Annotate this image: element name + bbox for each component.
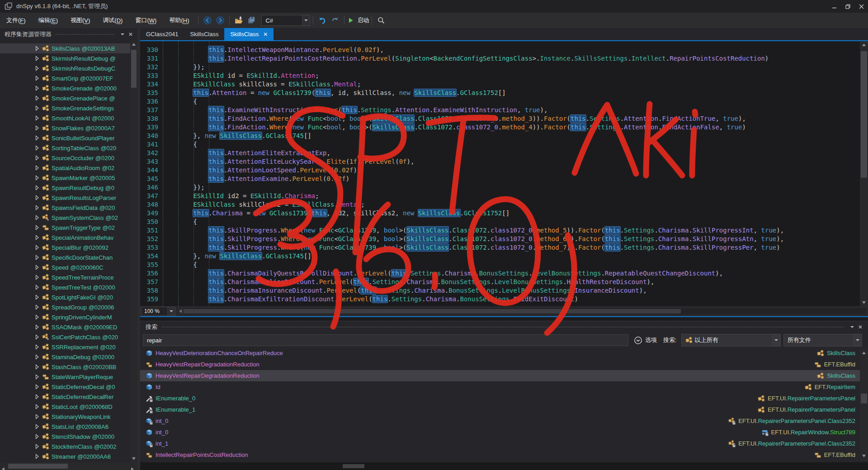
tree-item[interactable]: SourceOccluder @0200	[0, 153, 130, 163]
tree-item[interactable]: SpringDrivenCylinderM	[0, 312, 130, 322]
menu-item[interactable]: 文件(F)	[0, 13, 32, 28]
tree-item[interactable]: StaticDeferredDecalRer	[0, 392, 130, 402]
search-result-row[interactable]: IEnumerable_1EFT.UI.RepairerParametersPa…	[140, 404, 860, 415]
results-horizontal-scrollbar[interactable]	[140, 462, 868, 470]
tree-item[interactable]: StaticDeferredDecal @0	[0, 382, 130, 392]
tree-item[interactable]: StateWarnPlayerReque	[0, 372, 130, 382]
panel-menu-button[interactable]	[848, 323, 856, 331]
tree-item[interactable]: SmokeGrenadeSettings	[0, 103, 130, 113]
sidebar-vertical-scrollbar[interactable]	[130, 41, 137, 462]
scrollbar-thumb[interactable]	[184, 309, 681, 313]
tree-item[interactable]: SpotLightFakeGI @020	[0, 292, 130, 302]
sidebar-horizontal-scrollbar[interactable]	[0, 462, 137, 470]
tree-item[interactable]: StashClass @020020BB	[0, 362, 130, 372]
code-editor[interactable]: 330 this.IntellectWeaponMaintance.PerLev…	[140, 41, 860, 306]
tree-item[interactable]: SpecialAnimationBehav	[0, 233, 130, 242]
menu-item[interactable]: 编辑(E)	[32, 13, 64, 28]
menu-item[interactable]: 视图(V)	[64, 13, 96, 28]
tree-item[interactable]: SmokeGrenadePlace @	[0, 93, 130, 103]
close-button[interactable]	[854, 0, 868, 13]
tree-item[interactable]: SortingTableClass @020	[0, 143, 130, 153]
scrollbar-thumb[interactable]	[8, 464, 68, 469]
tree-item[interactable]: SpeedTreeTerrainProce	[0, 272, 130, 282]
scroll-down-arrow[interactable]	[130, 455, 137, 462]
scroll-left-arrow[interactable]	[2, 465, 5, 470]
results-vertical-scrollbar[interactable]	[860, 347, 868, 461]
editor-vertical-scrollbar[interactable]	[860, 41, 868, 306]
document-tab[interactable]: SkillsClass✕	[224, 28, 274, 40]
tree-item[interactable]: SkirmishResultDebug @	[0, 53, 130, 63]
scroll-down-arrow[interactable]	[860, 299, 868, 306]
search-result-row[interactable]: HeavyVestRepairDegradationReductionEFT.E…	[140, 359, 860, 370]
tree-item[interactable]: StockItemClass @02002	[0, 442, 130, 451]
tree-item[interactable]: SpawnResultDebug @0	[0, 183, 130, 193]
tab-close-icon[interactable]: ✕	[263, 31, 268, 38]
scrollbar-thumb[interactable]	[131, 50, 137, 88]
search-scope-dropdown[interactable]: 以上所有	[681, 334, 781, 347]
save-all-button[interactable]	[245, 14, 258, 26]
tree-item[interactable]: SmartGrip @020007EF	[0, 73, 130, 83]
search-result-row[interactable]: IdEFT.RepairItem	[140, 381, 860, 393]
tree-item[interactable]: SkirmishResultsDebugC	[0, 63, 130, 73]
open-file-button[interactable]	[232, 14, 245, 26]
scrollbar-thumb[interactable]	[343, 464, 364, 468]
menu-item[interactable]: 窗口(W)	[129, 13, 163, 28]
menu-item[interactable]: 调试(D)	[96, 13, 129, 28]
tree-item[interactable]: StencilShadow @02000	[0, 432, 130, 442]
options-button[interactable]: 选项	[634, 336, 657, 345]
zoom-selector[interactable]: 100 %	[141, 307, 175, 316]
scrollbar-thumb[interactable]	[861, 51, 867, 178]
tree-item[interactable]: Streamer @02000AA6	[0, 451, 130, 461]
tree-item[interactable]: Speed @0200060C	[0, 262, 130, 272]
scroll-right-arrow[interactable]	[131, 465, 134, 470]
editor-horizontal-scrollbar[interactable]	[184, 308, 866, 314]
minimize-button[interactable]	[827, 0, 841, 13]
undo-button[interactable]	[316, 14, 329, 26]
search-input[interactable]	[143, 334, 628, 346]
tree-item[interactable]: SkillsClass @020013AB	[0, 43, 130, 53]
search-result-row[interactable]: int_1EFT.UI.RepairerParametersPanel.Clas…	[140, 438, 860, 449]
search-result-row[interactable]: IntellectRepairPointsCostReductionEFT.EB…	[140, 449, 860, 461]
document-tab[interactable]: GClass2041	[140, 28, 184, 40]
tree-item[interactable]: StaticLoot @0200068D	[0, 402, 130, 412]
tree-item[interactable]: SslCertPatchClass @020	[0, 332, 130, 342]
tree-item[interactable]: SpecialBlur @020092	[0, 242, 130, 252]
tree-item[interactable]: StaminaDebug @02000	[0, 352, 130, 362]
file-filter-dropdown[interactable]: 所有文件	[783, 334, 862, 347]
redo-button[interactable]	[329, 14, 341, 26]
document-tab[interactable]: SkillsClass	[184, 28, 225, 40]
tree-item[interactable]: SpreadGroup @020006	[0, 302, 130, 312]
search-result-row[interactable]: int_0EFT.UI.RepairWindow.Struct789	[140, 427, 860, 438]
panel-close-button[interactable]: ✕	[856, 323, 864, 331]
tree-item[interactable]: SnowFlakes @02000A7	[0, 123, 130, 133]
navigate-forward-button[interactable]	[214, 14, 226, 26]
tree-item[interactable]: SmoothLookAt @02000	[0, 113, 130, 123]
tree-item[interactable]: SpawnResultsLogParser	[0, 193, 130, 203]
tree-item[interactable]: SpawnMarker @020005	[0, 173, 130, 183]
start-debug-button[interactable]: 启动	[347, 16, 369, 24]
scroll-down-arrow[interactable]	[860, 452, 868, 460]
scroll-left-arrow[interactable]	[179, 309, 182, 314]
maximize-button[interactable]	[841, 0, 854, 13]
scroll-up-arrow[interactable]	[860, 41, 868, 48]
search-assemblies-button[interactable]	[375, 14, 387, 26]
tree-item[interactable]: SpawnSystemClass @02	[0, 213, 130, 223]
panel-close-button[interactable]: ✕	[127, 30, 135, 38]
tree-item[interactable]: SSAOMask @020009ED	[0, 322, 130, 332]
scrollbar-thumb[interactable]	[861, 394, 867, 404]
tree-item[interactable]: StatsList @020008A6	[0, 422, 130, 432]
tree-item[interactable]: SpawnsFieldData @020	[0, 203, 130, 213]
scroll-up-arrow[interactable]	[860, 349, 868, 356]
search-result-row[interactable]: HeavyVestRepairDegradationReductionSkill…	[140, 370, 860, 381]
navigate-back-button[interactable]	[201, 14, 214, 26]
scroll-up-arrow[interactable]	[130, 41, 137, 48]
tree-item[interactable]: SpeedTreeTest @02000	[0, 282, 130, 292]
search-result-row[interactable]: int_0EFT.UI.RepairerParametersPanel.Clas…	[140, 415, 860, 427]
tree-item[interactable]: SpatialAudioRoom @02	[0, 163, 130, 173]
language-selector[interactable]: C#	[261, 15, 310, 26]
menu-item[interactable]: 帮助(H)	[163, 13, 195, 28]
search-result-row[interactable]: IEnumerable_0EFT.UI.RepairerParametersPa…	[140, 393, 860, 404]
tree-item[interactable]: SonicBulletSoundPlayer	[0, 133, 130, 143]
tree-item[interactable]: SmokeGrenade @02000	[0, 83, 130, 93]
panel-menu-button[interactable]	[118, 30, 127, 38]
